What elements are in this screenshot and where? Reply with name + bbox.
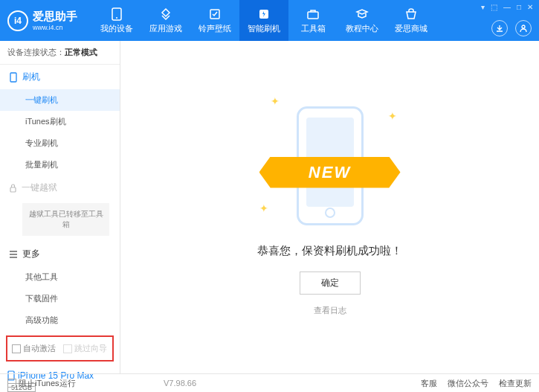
sidebar-item-oneclick-flash[interactable]: 一键刷机 — [0, 89, 120, 111]
sidebar-section-jailbreak[interactable]: 一键越狱 — [0, 176, 120, 200]
menu-icon[interactable]: ▾ — [481, 3, 485, 11]
ringtone-icon — [207, 7, 222, 21]
svg-point-5 — [522, 25, 525, 28]
sidebar-item-pro-flash[interactable]: 专业刷机 — [0, 132, 120, 154]
minimize-icon[interactable]: — — [503, 3, 511, 11]
checkbox-block-itunes[interactable]: 阻止iTunes运行 — [7, 378, 76, 389]
maximize-icon[interactable]: □ — [517, 3, 521, 11]
top-nav: 我的设备 应用游戏 铃声壁纸 智能刷机 工具箱 教程中心 爱思商城 — [92, 0, 436, 41]
sparkle-icon: ✦ — [259, 202, 268, 214]
sidebar: 设备连接状态：正常模式 刷机 一键刷机 iTunes刷机 专业刷机 批量刷机 一… — [0, 41, 120, 373]
header: i4 爱思助手 www.i4.cn 我的设备 应用游戏 铃声壁纸 智能刷机 工具… — [0, 0, 539, 41]
sidebar-item-advanced[interactable]: 高级功能 — [0, 309, 120, 331]
checkbox-skip-guide[interactable]: 跳过向导 — [63, 343, 107, 354]
sidebar-section-flash[interactable]: 刷机 — [0, 65, 120, 89]
sparkle-icon: ✦ — [388, 110, 397, 122]
nav-my-device[interactable]: 我的设备 — [92, 0, 141, 41]
footer-support[interactable]: 客服 — [421, 378, 437, 389]
sidebar-item-itunes-flash[interactable]: iTunes刷机 — [0, 111, 120, 132]
version-label: V7.98.66 — [164, 379, 196, 388]
logo: i4 爱思助手 www.i4.cn — [7, 10, 77, 31]
apps-icon — [158, 7, 173, 21]
window-controls: ▾ ⬚ — □ ✕ — [481, 3, 533, 11]
sidebar-item-batch-flash[interactable]: 批量刷机 — [0, 154, 120, 176]
close-icon[interactable]: ✕ — [527, 3, 533, 11]
nav-ringtone[interactable]: 铃声壁纸 — [190, 0, 239, 41]
nav-store[interactable]: 爱思商城 — [387, 0, 436, 41]
jailbreak-note: 越狱工具已转移至工具箱 — [22, 203, 109, 236]
nav-toolbox[interactable]: 工具箱 — [288, 0, 338, 41]
new-ribbon: NEW — [259, 157, 401, 188]
download-button[interactable] — [491, 20, 508, 36]
success-message: 恭喜您，保资料刷机成功啦！ — [257, 244, 402, 258]
skin-icon[interactable]: ⬚ — [491, 3, 497, 11]
success-illustration: ✦ ✦ ✦ NEW — [256, 99, 404, 233]
main-content: ✦ ✦ ✦ NEW 恭喜您，保资料刷机成功啦！ 确定 查看日志 — [120, 41, 539, 373]
connection-status: 设备连接状态：正常模式 — [0, 41, 120, 65]
lock-icon — [9, 184, 17, 193]
list-icon — [9, 251, 18, 258]
footer-update[interactable]: 检查更新 — [499, 378, 532, 389]
footer-wechat[interactable]: 微信公众号 — [448, 378, 488, 389]
user-button[interactable] — [515, 20, 532, 36]
app-title: 爱思助手 — [33, 10, 77, 24]
toolbox-icon — [306, 7, 320, 21]
sparkle-icon: ✦ — [271, 95, 280, 107]
svg-rect-4 — [308, 12, 318, 19]
sidebar-item-other-tools[interactable]: 其他工具 — [0, 266, 120, 288]
ok-button[interactable]: 确定 — [300, 271, 361, 295]
sidebar-section-more[interactable]: 更多 — [0, 242, 120, 266]
logo-icon: i4 — [7, 10, 28, 31]
sidebar-item-download-firmware[interactable]: 下载固件 — [0, 288, 120, 309]
nav-tutorial[interactable]: 教程中心 — [338, 0, 387, 41]
tutorial-icon — [355, 7, 369, 21]
footer: 阻止iTunes运行 V7.98.66 客服 微信公众号 检查更新 — [0, 373, 539, 392]
nav-flash[interactable]: 智能刷机 — [239, 0, 288, 41]
flash-icon — [256, 7, 271, 21]
svg-point-1 — [116, 17, 117, 19]
options-highlight-box: 自动激活 跳过向导 — [6, 335, 114, 362]
view-log-link[interactable]: 查看日志 — [314, 305, 346, 316]
phone-icon — [9, 72, 18, 83]
svg-rect-7 — [10, 187, 16, 192]
device-icon — [109, 7, 124, 21]
svg-rect-6 — [10, 73, 16, 82]
app-url: www.i4.cn — [33, 24, 77, 31]
nav-apps[interactable]: 应用游戏 — [141, 0, 190, 41]
checkbox-auto-activate[interactable]: 自动激活 — [12, 343, 56, 354]
store-icon — [404, 7, 419, 21]
